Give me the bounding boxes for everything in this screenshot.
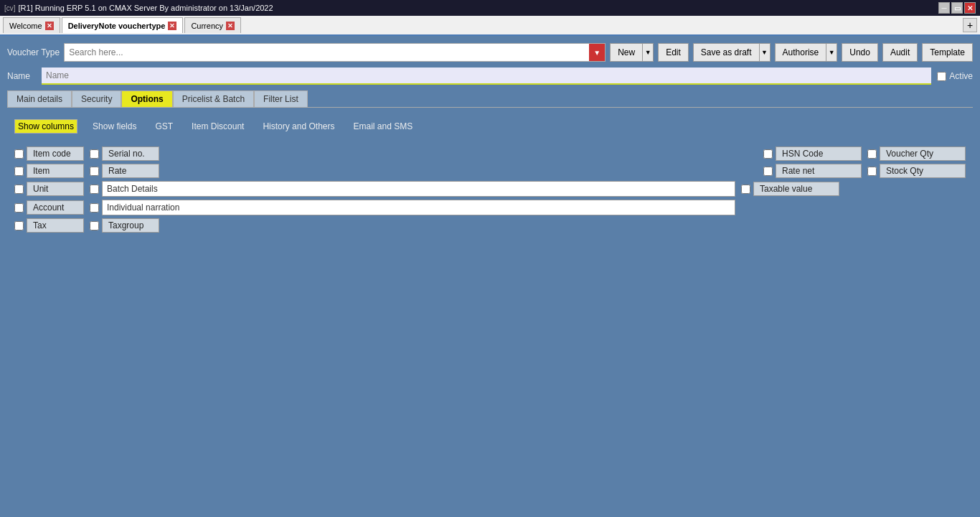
sub-tab-gst[interactable]: GST [151,119,176,134]
rate-net-item: Rate net [763,164,862,178]
close-button[interactable]: ✕ [964,2,976,14]
item-code-checkbox[interactable] [14,149,24,159]
main-tab-strip-container: Main details Security Options Pricelist … [7,90,973,108]
voucher-qty-item: Voucher Qty [867,146,966,161]
edit-button[interactable]: Edit [658,43,689,62]
rate-net-checkbox[interactable] [763,167,773,176]
tab-pricelist-batch[interactable]: Pricelist & Batch [173,90,254,107]
account-checkbox[interactable] [14,203,24,213]
stock-qty-item: Stock Qty [867,164,966,178]
save-as-draft-group: Save as draft ▼ [693,43,771,62]
tab-deliverynote-label: DeliveryNote vouchertype [68,22,166,30]
rate-net-label[interactable]: Rate net [776,164,862,178]
hsn-code-label[interactable]: HSN Code [776,146,862,161]
save-as-draft-button[interactable]: Save as draft [693,43,759,62]
row-2: Item Rate Rate net Stock Qty [14,164,966,178]
tax-item: Tax [14,218,84,233]
item-item: Item [14,164,84,178]
undo-button[interactable]: Undo [842,43,878,62]
name-label: Name [7,71,36,81]
taxgroup-label[interactable]: Taxgroup [102,218,159,233]
tax-checkbox[interactable] [14,221,24,230]
taxable-value-item: Taxable value [741,182,839,196]
voucher-qty-checkbox[interactable] [867,149,877,159]
add-tab-button[interactable]: + [963,18,977,32]
individual-narration-checkbox[interactable] [90,203,99,213]
save-as-draft-dropdown-btn[interactable]: ▼ [759,43,771,62]
tab-filter-list[interactable]: Filter List [254,90,308,107]
hsn-code-item: HSN Code [763,146,862,161]
taxable-value-checkbox[interactable] [741,185,750,194]
row-5: Tax Taxgroup [14,218,966,233]
authorise-btn-group: Authorise ▼ [775,43,838,62]
voucher-type-label: Voucher Type [7,47,60,57]
tab-currency-close[interactable]: ✕ [226,22,235,30]
authorise-dropdown-btn[interactable]: ▼ [826,43,837,62]
item-checkbox[interactable] [14,167,24,176]
tab-bar: Welcome ✕ DeliveryNote vouchertype ✕ Cur… [0,16,980,36]
tab-security[interactable]: Security [72,90,121,107]
title-bar-text: [R1] Running ERP 5.1 on CMAX Server By a… [19,4,273,12]
sub-tab-history-others[interactable]: History and Others [259,119,338,134]
item-code-label[interactable]: Item code [27,146,84,161]
voucher-type-input[interactable] [65,44,589,61]
sub-tab-show-fields[interactable]: Show fields [89,119,140,134]
active-label[interactable]: Active [949,71,973,81]
sub-tab-strip: Show columns Show fields GST Item Discou… [7,115,973,138]
rate-label[interactable]: Rate [102,164,159,178]
title-bar: [cv] [R1] Running ERP 5.1 on CMAX Server… [0,0,980,16]
rate-item: Rate [90,164,159,178]
voucher-type-search[interactable]: ▼ [64,43,606,62]
name-input[interactable] [42,67,931,85]
minimize-button[interactable]: ─ [938,2,950,14]
stock-qty-checkbox[interactable] [867,167,877,176]
tab-welcome-label: Welcome [9,22,42,30]
restore-button[interactable]: ▭ [951,2,963,14]
batch-details-checkbox[interactable] [90,185,99,194]
active-area: Active [937,71,973,81]
row-2-left: Item Rate [14,164,159,178]
unit-checkbox[interactable] [14,185,24,194]
new-dropdown-btn[interactable]: ▼ [642,43,654,62]
tab-welcome[interactable]: Welcome ✕ [3,17,60,33]
serial-no-checkbox[interactable] [90,149,99,159]
title-bar-left: [cv] [R1] Running ERP 5.1 on CMAX Server… [4,4,273,12]
unit-label[interactable]: Unit [27,182,84,196]
serial-no-label[interactable]: Serial no. [102,146,159,161]
taxable-value-label[interactable]: Taxable value [753,182,839,196]
voucher-qty-label[interactable]: Voucher Qty [880,146,966,161]
tab-welcome-close[interactable]: ✕ [45,22,54,30]
template-button[interactable]: Template [922,43,973,62]
new-btn-group: New ▼ [610,43,654,62]
item-label[interactable]: Item [27,164,84,178]
taxgroup-checkbox[interactable] [90,221,99,230]
audit-button[interactable]: Audit [882,43,918,62]
sub-tab-email-sms[interactable]: Email and SMS [350,119,417,134]
tax-label[interactable]: Tax [27,218,84,233]
sub-tab-item-discount[interactable]: Item Discount [188,119,248,134]
main-content: Voucher Type ▼ New ▼ Edit Save as draft … [0,36,980,517]
active-checkbox[interactable] [937,72,946,81]
account-label[interactable]: Account [27,200,84,215]
tab-options[interactable]: Options [121,90,172,107]
tab-currency[interactable]: Currency ✕ [184,17,241,33]
tab-deliverynote[interactable]: DeliveryNote vouchertype ✕ [62,17,184,33]
tab-main-details[interactable]: Main details [7,90,72,107]
individual-narration-field[interactable]: Individual narration [102,200,735,215]
authorise-button[interactable]: Authorise [775,43,826,62]
tab-deliverynote-close[interactable]: ✕ [168,22,176,30]
toolbar: Voucher Type ▼ New ▼ Edit Save as draft … [7,43,973,62]
rate-checkbox[interactable] [90,167,99,176]
row-3: Unit Batch Details Taxable value [14,181,966,197]
row-1: Item code Serial no. HSN Code Voucher Qt… [14,146,966,161]
stock-qty-label[interactable]: Stock Qty [880,164,966,178]
taxgroup-item: Taxgroup [90,218,159,233]
new-button[interactable]: New [610,43,642,62]
sub-tab-show-columns[interactable]: Show columns [14,119,77,134]
options-area: Show columns Show fields GST Item Discou… [7,108,973,238]
voucher-type-dropdown-btn[interactable]: ▼ [589,44,605,61]
hsn-code-checkbox[interactable] [763,149,773,159]
batch-details-field[interactable]: Batch Details [102,181,735,197]
title-bar-controls[interactable]: ─ ▭ ✕ [938,2,976,14]
batch-details-wrapper: Batch Details [90,181,735,197]
